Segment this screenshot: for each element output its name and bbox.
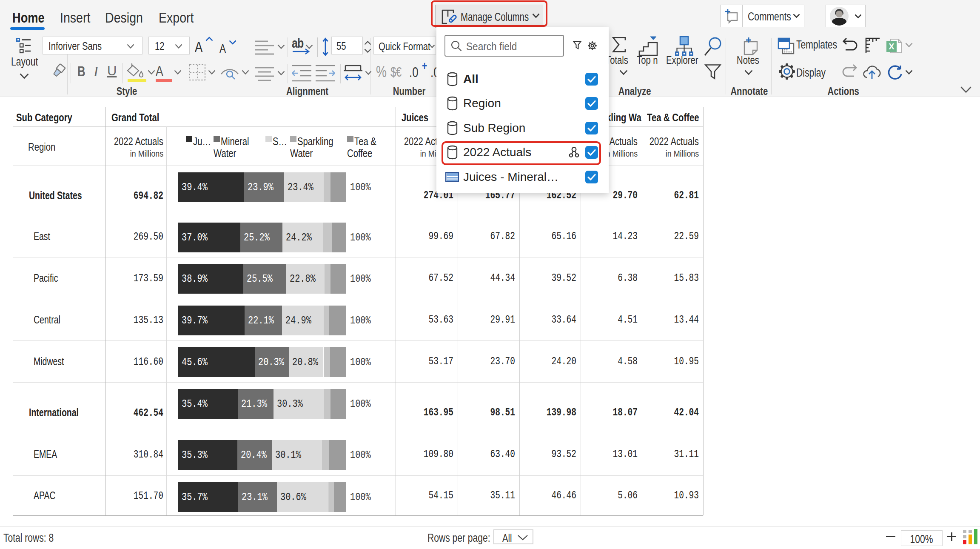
- svg-text:X: X: [889, 42, 895, 51]
